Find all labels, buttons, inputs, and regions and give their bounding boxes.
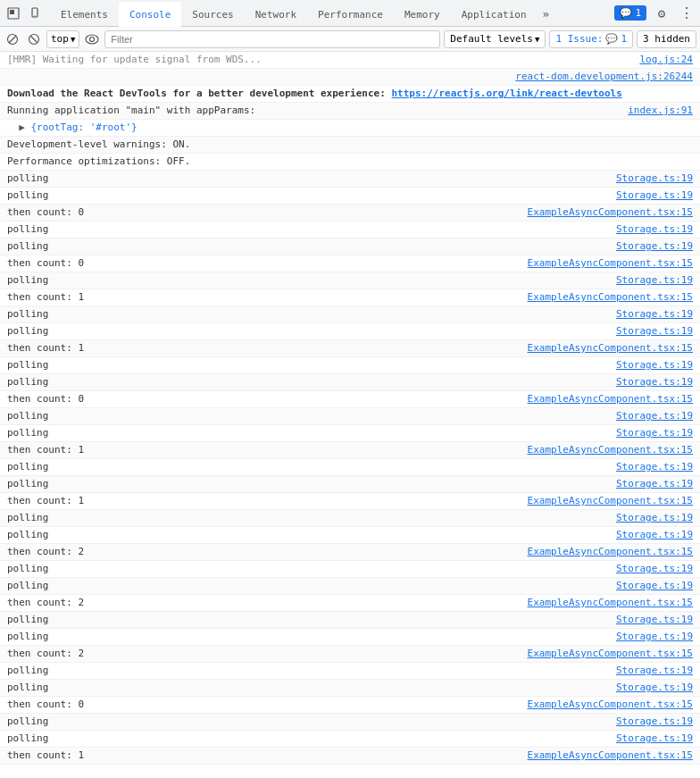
log-source[interactable]: Storage.ts:19 xyxy=(616,375,693,389)
tab-application[interactable]: Application xyxy=(451,1,538,26)
log-line: then count: 2ExampleAsyncComponent.tsx:1… xyxy=(0,646,700,663)
log-line: ▶ {rootTag: '#root'} xyxy=(0,120,700,137)
log-source[interactable]: log.js:24 xyxy=(639,53,693,67)
log-line: pollingStorage.ts:19 xyxy=(0,272,700,289)
log-text: then count: 0 xyxy=(7,392,521,406)
log-source[interactable]: Storage.ts:19 xyxy=(616,664,693,678)
log-text: then count: 1 xyxy=(7,443,521,457)
log-source[interactable]: Storage.ts:19 xyxy=(616,188,693,203)
log-source[interactable]: ExampleAsyncComponent.tsx:15 xyxy=(528,698,693,712)
console-output: [HMR] Waiting for update signal from WDS… xyxy=(0,52,700,778)
filter-input[interactable] xyxy=(104,30,440,48)
log-line: pollingStorage.ts:19 xyxy=(0,222,700,238)
log-text: polling xyxy=(7,613,609,627)
log-source[interactable]: Storage.ts:19 xyxy=(616,630,693,644)
log-line: pollingStorage.ts:19 xyxy=(0,629,700,646)
log-line: pollingStorage.ts:19 xyxy=(0,527,700,544)
log-source[interactable]: Storage.ts:19 xyxy=(616,477,693,491)
react-devtools-link[interactable]: https://reactjs.org/link/react-devtools xyxy=(391,88,621,99)
log-text: polling xyxy=(7,511,609,525)
tab-bar: Elements Console Sources Network Perform… xyxy=(0,0,700,27)
log-source[interactable]: Storage.ts:19 xyxy=(616,239,693,254)
log-source[interactable]: Storage.ts:19 xyxy=(616,460,693,474)
tab-console[interactable]: Console xyxy=(119,2,181,27)
context-selector[interactable]: top ▼ xyxy=(46,30,79,48)
log-text: polling xyxy=(7,188,609,203)
log-line: then count: 0ExampleAsyncComponent.tsx:1… xyxy=(0,205,700,222)
log-source[interactable]: Storage.ts:19 xyxy=(616,562,693,576)
messages-badge[interactable]: 💬 1 xyxy=(614,5,646,21)
log-line: Performance optimizations: OFF. xyxy=(0,154,700,171)
log-text: polling xyxy=(7,579,609,593)
log-source[interactable]: Storage.ts:19 xyxy=(616,528,693,542)
log-line: then count: 0ExampleAsyncComponent.tsx:1… xyxy=(0,697,700,714)
log-text: Performance optimizations: OFF. xyxy=(7,155,693,169)
log-source[interactable]: ExampleAsyncComponent.tsx:15 xyxy=(528,494,693,508)
log-line: then count: 1ExampleAsyncComponent.tsx:1… xyxy=(0,340,700,357)
log-level-selector[interactable]: Default levels ▼ xyxy=(444,30,546,48)
log-source[interactable]: Storage.ts:19 xyxy=(616,222,693,237)
log-text: polling xyxy=(7,273,609,288)
more-options-button[interactable]: ⋮ xyxy=(677,4,696,23)
log-source[interactable]: Storage.ts:19 xyxy=(616,715,693,729)
log-source[interactable]: Storage.ts:19 xyxy=(616,324,693,339)
hidden-messages-badge[interactable]: 3 hidden xyxy=(637,30,696,48)
log-source[interactable]: Storage.ts:19 xyxy=(616,358,693,372)
log-text: polling xyxy=(7,630,609,644)
tab-memory[interactable]: Memory xyxy=(394,1,451,26)
svg-rect-1 xyxy=(10,10,14,14)
live-expressions-button[interactable] xyxy=(83,30,101,48)
log-source[interactable]: Storage.ts:19 xyxy=(616,273,693,288)
log-source[interactable]: index.js:91 xyxy=(628,104,693,118)
log-text: then count: 1 xyxy=(7,290,521,305)
log-line: Development-level warnings: ON. xyxy=(0,137,700,154)
log-line: then count: 2ExampleAsyncComponent.tsx:1… xyxy=(0,544,700,561)
log-source[interactable]: Storage.ts:19 xyxy=(616,613,693,627)
log-line: pollingStorage.ts:19 xyxy=(0,731,700,748)
tab-elements[interactable]: Elements xyxy=(50,1,119,26)
log-text: then count: 2 xyxy=(7,647,521,661)
log-source[interactable]: ExampleAsyncComponent.tsx:15 xyxy=(528,205,693,220)
clear-console-button[interactable] xyxy=(4,30,21,48)
log-source[interactable]: Storage.ts:19 xyxy=(616,426,693,440)
log-source[interactable]: Storage.ts:19 xyxy=(616,307,693,322)
log-text: polling xyxy=(7,324,609,339)
log-source[interactable]: ExampleAsyncComponent.tsx:15 xyxy=(528,647,693,661)
log-source[interactable]: ExampleAsyncComponent.tsx:15 xyxy=(528,341,693,356)
log-source[interactable]: ExampleAsyncComponent.tsx:15 xyxy=(528,392,693,406)
log-text: polling xyxy=(7,562,609,576)
log-source[interactable]: ExampleAsyncComponent.tsx:15 xyxy=(528,596,693,610)
tab-network[interactable]: Network xyxy=(245,1,307,26)
log-source[interactable]: Storage.ts:19 xyxy=(616,409,693,423)
mobile-icon[interactable] xyxy=(25,4,45,23)
log-source[interactable]: Storage.ts:19 xyxy=(616,681,693,695)
log-source[interactable]: Storage.ts:19 xyxy=(616,579,693,593)
settings-button[interactable]: ⚙ xyxy=(652,4,671,23)
log-line: pollingStorage.ts:19 xyxy=(0,425,700,442)
tab-sources[interactable]: Sources xyxy=(181,1,244,26)
log-source[interactable]: ExampleAsyncComponent.tsx:15 xyxy=(528,749,693,763)
log-source[interactable]: ExampleAsyncComponent.tsx:15 xyxy=(528,545,693,559)
log-text: then count: 2 xyxy=(7,545,521,559)
log-source[interactable]: Storage.ts:19 xyxy=(616,732,693,746)
more-tabs-button[interactable]: » xyxy=(538,1,555,26)
log-text: Download the React DevTools for a better… xyxy=(7,87,693,101)
log-line: pollingStorage.ts:19 xyxy=(0,374,700,391)
log-source[interactable]: Storage.ts:19 xyxy=(616,171,693,186)
log-source[interactable]: react-dom.development.js:26244 xyxy=(515,70,693,84)
log-text: polling xyxy=(7,171,609,186)
inspect-icon[interactable] xyxy=(4,4,23,23)
tab-performance[interactable]: Performance xyxy=(307,1,394,26)
log-text: Running application "main" with appParam… xyxy=(7,104,621,118)
log-text: polling xyxy=(7,426,609,440)
log-source[interactable]: Storage.ts:19 xyxy=(616,511,693,525)
issue-counter[interactable]: 1 Issue: 💬 1 xyxy=(549,30,633,48)
log-line: react-dom.development.js:26244 xyxy=(0,69,700,86)
log-text: then count: 1 xyxy=(7,749,521,763)
log-source[interactable]: ExampleAsyncComponent.tsx:15 xyxy=(528,290,693,305)
log-text: polling xyxy=(7,460,609,474)
log-line: then count: 1ExampleAsyncComponent.tsx:1… xyxy=(0,289,700,306)
pause-on-exceptions-button[interactable] xyxy=(25,30,43,48)
log-source[interactable]: ExampleAsyncComponent.tsx:15 xyxy=(528,256,693,271)
log-source[interactable]: ExampleAsyncComponent.tsx:15 xyxy=(528,443,693,457)
